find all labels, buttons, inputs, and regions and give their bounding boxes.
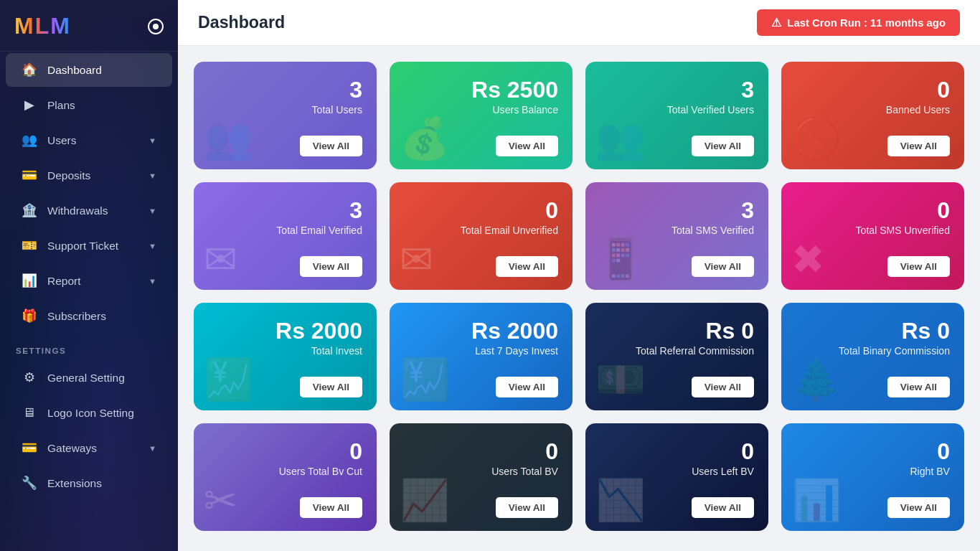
sidebar-item-logo-icon-setting[interactable]: 🖥 Logo Icon Setting <box>6 396 172 430</box>
card-viewall-total-referral-commission[interactable]: View All <box>692 377 754 397</box>
general-setting-icon: ⚙ <box>22 370 37 385</box>
card-label-total-sms-verified: Total SMS Verified <box>600 225 754 236</box>
card-viewall-last-7-days-invest[interactable]: View All <box>496 377 558 397</box>
chevron-down-icon: ▼ <box>149 242 156 250</box>
card-viewall-users-total-bv-cut[interactable]: View All <box>300 497 362 518</box>
card-last-7-days-invest: Rs 2000 Last 7 Days Invest View All 💹 <box>390 303 573 410</box>
card-total-sms-unverified: 0 Total SMS Unverified View All ✖ <box>781 182 964 290</box>
dashboard-content: 3 Total Users View All 👥 Rs 2500 Users B… <box>178 46 980 551</box>
card-label-users-balance: Users Balance <box>404 104 558 116</box>
card-viewall-users-total-bv[interactable]: View All <box>496 497 558 518</box>
card-value-users-total-bv-cut: 0 <box>208 439 362 464</box>
card-users-left-bv: 0 Users Left BV View All 📉 <box>585 423 768 531</box>
card-icon-total-invest: 💹 <box>204 356 254 403</box>
logo-text: MLM <box>14 13 71 39</box>
card-icon-total-binary-commission: 🌲 <box>791 356 842 403</box>
card-banned-users: 0 Banned Users View All 🚫 <box>781 62 964 169</box>
sidebar-nav: 🏠 Dashboard ▶ Plans 👥 Users ▼ 💳 Deposits… <box>0 52 178 501</box>
card-label-total-email-unverified: Total Email Unverified <box>404 225 558 236</box>
withdrawals-icon: 🏦 <box>22 203 37 218</box>
card-label-total-verified-users: Total Verified Users <box>600 104 754 116</box>
main-content: Dashboard ⚠ Last Cron Run : 11 months ag… <box>178 0 980 551</box>
settings-label: SETTINGS <box>0 334 178 359</box>
card-label-total-sms-unverified: Total SMS Unverified <box>796 225 950 236</box>
card-viewall-total-binary-commission[interactable]: View All <box>887 377 950 397</box>
card-viewall-total-verified-users[interactable]: View All <box>692 136 754 156</box>
card-value-total-users: 3 <box>208 77 362 103</box>
card-label-users-total-bv: Users Total BV <box>404 466 558 477</box>
nav-label-general-setting: General Setting <box>47 372 125 385</box>
card-viewall-users-balance[interactable]: View All <box>496 136 558 156</box>
card-viewall-right-bv[interactable]: View All <box>887 497 950 518</box>
card-value-banned-users: 0 <box>796 77 950 103</box>
cron-badge: ⚠ Last Cron Run : 11 months ago <box>757 9 960 36</box>
nav-label-extensions: Extensions <box>47 477 102 490</box>
card-viewall-total-users[interactable]: View All <box>300 136 362 156</box>
sidebar-item-extensions[interactable]: 🔧 Extensions <box>6 466 172 500</box>
sidebar-item-gateways[interactable]: 💳 Gateways ▼ <box>6 431 172 465</box>
sidebar-item-general-setting[interactable]: ⚙ General Setting <box>6 361 172 395</box>
card-value-users-balance: Rs 2500 <box>404 77 558 103</box>
card-value-total-referral-commission: Rs 0 <box>600 319 754 344</box>
cards-grid: 3 Total Users View All 👥 Rs 2500 Users B… <box>194 62 964 531</box>
card-viewall-total-invest[interactable]: View All <box>300 377 362 397</box>
page-title: Dashboard <box>198 13 285 32</box>
sidebar-toggle[interactable] <box>148 19 164 34</box>
chevron-down-icon: ▼ <box>149 207 156 215</box>
support-ticket-icon: 🎫 <box>22 238 37 253</box>
sidebar-logo: MLM <box>0 0 178 52</box>
sidebar-item-support-ticket[interactable]: 🎫 Support Ticket ▼ <box>6 229 172 263</box>
card-viewall-total-sms-verified[interactable]: View All <box>692 256 754 277</box>
sidebar-item-deposits[interactable]: 💳 Deposits ▼ <box>6 159 172 192</box>
card-total-invest: Rs 2000 Total Invest View All 💹 <box>194 303 377 410</box>
card-icon-total-sms-verified: 📱 <box>595 235 646 283</box>
card-viewall-users-left-bv[interactable]: View All <box>692 497 754 518</box>
card-viewall-banned-users[interactable]: View All <box>887 136 950 156</box>
sidebar: MLM 🏠 Dashboard ▶ Plans 👥 Users ▼ 💳 Depo… <box>0 0 178 551</box>
chevron-down-icon: ▼ <box>149 277 156 286</box>
card-value-total-binary-commission: Rs 0 <box>796 319 950 344</box>
chevron-down-icon: ▼ <box>149 171 156 180</box>
sidebar-item-withdrawals[interactable]: 🏦 Withdrawals ▼ <box>6 194 172 227</box>
card-total-users: 3 Total Users View All 👥 <box>194 62 377 169</box>
card-viewall-total-email-verified[interactable]: View All <box>300 256 362 277</box>
nav-label-withdrawals: Withdrawals <box>47 204 108 217</box>
topbar: Dashboard ⚠ Last Cron Run : 11 months ag… <box>178 0 980 46</box>
report-icon: 📊 <box>22 273 37 288</box>
deposits-icon: 💳 <box>22 168 37 183</box>
card-total-email-verified: 3 Total Email Verified View All ✉ <box>194 182 377 290</box>
dashboard-icon: 🏠 <box>22 62 37 77</box>
sidebar-item-subscribers[interactable]: 🎁 Subscribers <box>6 299 172 333</box>
card-label-banned-users: Banned Users <box>796 104 950 116</box>
card-total-verified-users: 3 Total Verified Users View All 👥 <box>585 62 768 169</box>
sidebar-item-dashboard[interactable]: 🏠 Dashboard <box>6 53 172 87</box>
card-total-referral-commission: Rs 0 Total Referral Commission View All … <box>585 303 768 410</box>
card-icon-total-verified-users: 👥 <box>595 115 646 162</box>
card-icon-total-referral-commission: 💵 <box>595 356 646 403</box>
card-icon-total-email-verified: ✉ <box>204 236 237 283</box>
card-total-sms-verified: 3 Total SMS Verified View All 📱 <box>585 182 768 290</box>
chevron-down-icon: ▼ <box>149 136 156 145</box>
card-icon-users-balance: 💰 <box>400 115 450 162</box>
sidebar-item-users[interactable]: 👥 Users ▼ <box>6 123 172 157</box>
card-value-total-verified-users: 3 <box>600 77 754 103</box>
sidebar-item-plans[interactable]: ▶ Plans <box>6 88 172 122</box>
card-label-total-binary-commission: Total Binary Commission <box>796 345 950 357</box>
card-label-users-total-bv-cut: Users Total Bv Cut <box>208 466 362 477</box>
card-icon-last-7-days-invest: 💹 <box>400 356 450 403</box>
card-users-total-bv: 0 Users Total BV View All 📈 <box>390 423 573 531</box>
card-icon-right-bv: 📊 <box>791 476 842 524</box>
sidebar-item-report[interactable]: 📊 Report ▼ <box>6 264 172 298</box>
card-label-total-users: Total Users <box>208 104 362 116</box>
users-icon: 👥 <box>22 133 37 148</box>
card-value-total-sms-verified: 3 <box>600 198 754 223</box>
card-viewall-total-email-unverified[interactable]: View All <box>496 256 558 277</box>
card-viewall-total-sms-unverified[interactable]: View All <box>887 256 950 277</box>
gateways-icon: 💳 <box>22 441 37 456</box>
card-label-last-7-days-invest: Last 7 Days Invest <box>404 345 558 357</box>
nav-label-logo-icon-setting: Logo Icon Setting <box>47 407 134 420</box>
nav-label-users: Users <box>47 134 77 147</box>
cron-label: Last Cron Run : 11 months ago <box>787 17 946 29</box>
card-icon-users-total-bv-cut: ✂ <box>204 477 237 524</box>
card-label-total-email-verified: Total Email Verified <box>208 225 362 236</box>
